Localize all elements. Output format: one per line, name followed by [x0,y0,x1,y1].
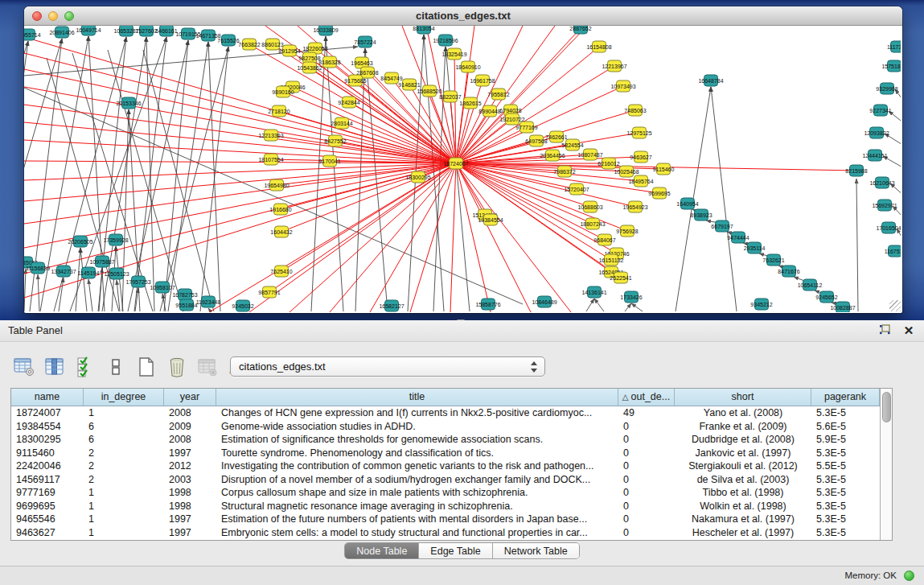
table-row[interactable]: 969969511998Structural magnetic resonanc… [11,500,880,513]
edge[interactable] [24,41,28,311]
graph-node[interactable]: 8471676 [778,266,799,277]
show-columns-button[interactable] [42,354,68,380]
graph-node[interactable]: 16049714 [76,26,101,35]
graph-node-selected[interactable]: 15720407 [564,183,589,195]
graph-node[interactable]: 8215988 [845,165,867,176]
column-header-pagerank[interactable]: pagerank [811,389,880,406]
graph-node[interactable]: 17957253 [125,276,150,287]
graph-node[interactable]: 11923448 [196,296,221,307]
edge[interactable] [711,87,737,311]
edge-selected[interactable] [456,163,605,240]
edge[interactable] [625,303,631,311]
tab-node-table[interactable]: Node Table [345,543,419,558]
table-vertical-scrollbar[interactable] [880,389,892,540]
graph-node[interactable]: 16782753 [172,289,197,300]
table-options-button[interactable] [11,354,37,380]
toggle-rows-button[interactable] [103,354,129,380]
graph-node[interactable]: 7632621 [762,254,784,266]
graph-node-selected[interactable]: 10688603 [577,201,602,212]
graph-node[interactable]: 20891406 [49,27,74,38]
graph-node[interactable]: 16648784 [698,75,723,86]
edge-selected[interactable] [209,163,456,312]
edge-selected[interactable] [24,163,456,224]
graph-node-selected[interactable]: 8990448 [478,105,500,117]
graph-node[interactable]: 9227341 [869,105,891,116]
edge-selected[interactable] [456,163,531,312]
edge-selected[interactable] [410,163,456,312]
edge-selected[interactable] [24,37,456,163]
tab-network-table[interactable]: Network Table [493,543,579,558]
graph-node-selected[interactable]: 8427552 [324,135,346,146]
delete-column-button[interactable] [164,354,190,380]
edge-selected[interactable] [342,123,456,163]
graph-node-selected[interactable]: 9463627 [630,151,651,163]
edge[interactable] [164,40,188,311]
edge-selected[interactable] [24,105,456,163]
graph-node-selected[interactable]: 20364456 [540,150,565,161]
graph-node-selected[interactable]: 9699695 [648,187,670,199]
graph-node-selected[interactable]: 12975125 [626,127,651,138]
delete-table-button[interactable] [195,354,220,380]
graph-node[interactable]: 16033809 [313,26,338,35]
graph-node[interactable]: 9474444 [727,232,749,243]
graph-node-selected[interactable]: 9756928 [616,225,638,237]
table-row[interactable]: 946362711997Embryonic stem cells: a mode… [11,526,880,540]
column-header-name[interactable]: name [11,389,84,406]
graph-node[interactable]: 10846489 [532,296,556,307]
graph-node[interactable]: 1527602 [135,26,157,36]
edge-selected[interactable] [290,163,456,312]
edge-selected[interactable] [24,122,456,163]
graph-node[interactable]: 8938923 [690,209,712,220]
graph-node[interactable]: 1733426 [620,291,642,303]
graph-node-selected[interactable]: 1916680 [269,204,291,215]
edge[interactable] [594,299,604,311]
edge[interactable] [200,47,228,311]
graph-node-selected[interactable]: 19654923 [622,201,647,212]
column-header-out_de[interactable]: △out_de... [618,389,675,406]
minimize-window-button[interactable] [48,11,58,21]
table-row[interactable]: 1872400712008Changes of HCN gene express… [11,406,880,420]
graph-node[interactable]: 1117364 [887,41,901,52]
edge-selected[interactable] [450,163,456,312]
graph-node-selected[interactable]: 16154808 [586,41,611,52]
edge[interactable] [76,248,80,311]
graph-node-selected[interactable]: 2718120 [268,105,290,117]
table-row[interactable]: 911546021997Tourette syndrome. Phenomeno… [11,447,880,460]
column-header-short[interactable]: short [675,389,811,406]
scrollbar-thumb[interactable] [882,392,891,422]
graph-node[interactable]: 17016504 [876,222,901,233]
memory-ok-indicator[interactable] [904,571,914,581]
graph-node[interactable]: 16210643 [869,177,894,188]
graph-node[interactable]: 9345212 [750,299,772,310]
edge-selected[interactable] [24,163,456,180]
zoom-window-button[interactable] [64,11,74,21]
table-row[interactable]: 1938455462009Genome-wide association stu… [11,420,880,434]
graph-node[interactable]: 19218596 [433,35,458,46]
column-header-year[interactable]: year [164,389,216,406]
edge-selected[interactable] [24,163,456,201]
graph-node[interactable]: 9551884 [175,299,197,311]
graph-node-selected[interactable]: 7955812 [487,89,509,100]
graph-node[interactable]: 10654112 [798,279,823,290]
network-window-titlebar[interactable]: citations_edges.txt [24,6,902,26]
graph-node-selected[interactable]: 9115460 [653,163,675,175]
graph-node[interactable]: 12444151 [862,150,887,161]
table-row[interactable]: 946554611997Estimation of the future num… [11,513,880,526]
edge-selected[interactable] [370,163,456,312]
table-row[interactable]: 977716911998Corpus callosum shape and si… [11,486,880,500]
edge[interactable] [168,42,208,311]
table-row[interactable]: 1456911722003Disruption of a novel membe… [11,473,880,487]
graph-node[interactable]: 15692971 [872,200,897,211]
graph-node[interactable]: 14136141 [581,286,606,298]
graph-node-selected[interactable]: 9857791 [258,286,280,298]
graph-node-selected[interactable]: 5824554 [561,139,583,150]
graph-node-selected[interactable]: 18107554 [258,154,283,165]
table-row[interactable]: 2242004622012Investigating the contribut… [11,459,880,473]
edge[interactable] [88,279,92,311]
graph-node[interactable]: 13342737 [51,266,76,277]
graph-node-selected[interactable]: 7986372 [553,166,575,177]
tab-edge-table[interactable]: Edge Table [419,543,492,558]
close-panel-button[interactable]: ✕ [901,323,916,338]
edge[interactable] [586,299,594,311]
graph-node-selected[interactable]: 18640910 [455,61,480,72]
